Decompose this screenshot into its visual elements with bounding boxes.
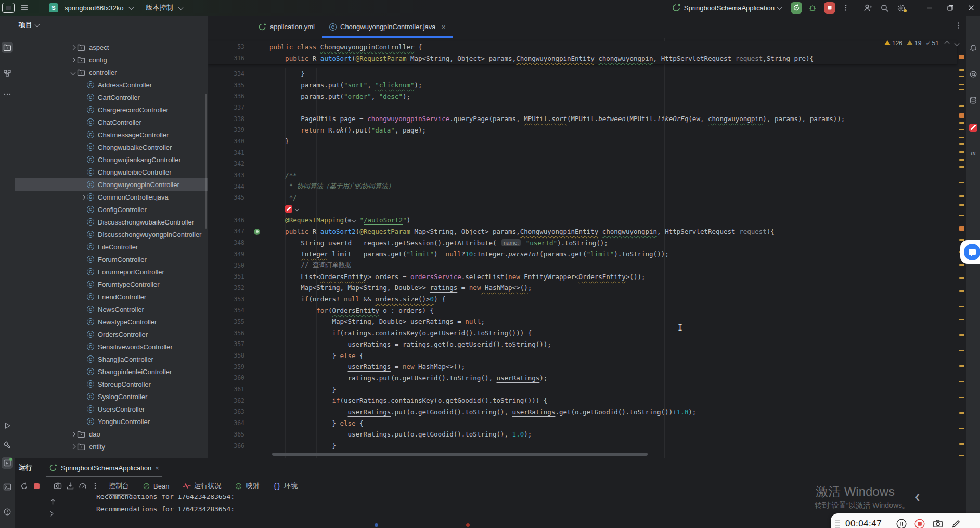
rerun-button[interactable] [791,2,802,14]
project-panel-title[interactable]: 项目 [19,20,32,30]
chevron-down-icon[interactable] [352,218,356,222]
tree-item[interactable]: COrdersController [15,328,208,340]
spring-bean-gutter-icon[interactable] [254,229,260,235]
horizontal-scrollbar[interactable] [272,453,648,456]
warning-stripe-mark[interactable] [959,381,964,382]
warning-stripe-mark[interactable] [959,151,964,153]
toolwindow-structure-icon[interactable] [2,68,13,79]
tree-item[interactable]: CChatmessageController [15,128,208,141]
tree-item[interactable]: CChongwuleibieController [15,166,208,178]
tree-item[interactable]: CAddressController [15,78,208,91]
tree-item[interactable]: entity [15,440,208,453]
tree-item[interactable]: CNewstypeController [15,315,208,328]
line-number[interactable]: 357 [208,340,249,348]
recorder-pencil-button[interactable] [949,517,963,528]
warning-stripe-mark[interactable] [959,226,964,231]
line-number[interactable]: 344 [208,183,249,190]
line-number[interactable]: 358 [208,352,249,359]
tab-console[interactable]: 控制台 [109,477,129,495]
drag-handle[interactable] [835,520,840,528]
tree-item[interactable]: CForumreportController [15,266,208,278]
rerun-icon[interactable] [18,480,30,492]
more-actions-button[interactable] [840,2,852,14]
line-number[interactable]: 341 [208,149,249,156]
toolwindow-services-icon[interactable] [2,457,13,469]
toolwindow-problems-icon[interactable] [2,506,13,518]
warning-stripe-mark[interactable] [959,105,964,107]
line-number[interactable]: 349 [208,250,249,258]
warning-stripe-mark[interactable] [959,89,964,90]
line-number[interactable]: 364 [208,419,249,427]
warning-stripe-mark[interactable] [959,137,964,138]
editor-area[interactable]: application.yml C ChongwuyongpinControll… [208,16,966,458]
toolwindow-run-icon[interactable] [2,420,13,431]
line-number[interactable]: 360 [208,374,249,381]
line-number[interactable]: 345 [208,194,249,201]
recorder-camera-button[interactable] [931,517,945,528]
tab-environment[interactable]: {} 环境 [273,477,298,495]
line-number[interactable]: 339 [208,126,249,134]
line-number[interactable]: 336 [208,93,249,100]
warning-stripe-mark[interactable] [959,113,964,118]
line-number[interactable]: 356 [208,329,249,337]
restore-button[interactable] [942,0,959,16]
chevron-right-icon[interactable] [69,58,77,62]
line-number[interactable]: 346 [208,217,249,224]
toolwindow-maven-icon[interactable]: m [968,147,979,159]
console-output[interactable]: Recommendations for 1764234283654:Recomm… [96,495,795,527]
tree-item[interactable]: CForumController [15,253,208,266]
line-number[interactable]: 359 [208,363,249,371]
warning-stripe-mark[interactable] [959,455,964,456]
line-number[interactable]: 342 [208,160,249,167]
tree-item[interactable]: CForumtypeController [15,278,208,291]
line-number[interactable]: 340 [208,138,249,145]
expand-icon[interactable] [48,511,54,517]
gauge-icon[interactable] [76,480,89,492]
warning-stripe-mark[interactable] [959,69,964,71]
warning-stripe-mark[interactable] [959,264,964,266]
warning-stripe-mark[interactable] [959,428,964,429]
line-number[interactable]: 363 [208,408,249,415]
toolwindow-more-icon[interactable] [2,88,13,100]
tree-item[interactable]: aspect [15,41,208,54]
tab-chongwuyongpincontroller-java[interactable]: C ChongwuyongpinController.java × [322,16,453,38]
tree-item[interactable]: config [15,54,208,66]
tree-item[interactable]: CNewsController [15,303,208,315]
tab-bean[interactable]: Bean [143,477,169,495]
tree-item[interactable]: CCommonController.java [15,191,208,203]
ai-assistant-bubble[interactable] [960,240,980,264]
tab-health[interactable]: 运行状况 [183,477,221,495]
prev-problem-icon[interactable] [944,41,949,46]
tree-scrollbar[interactable] [205,94,207,229]
toolwindow-build-icon[interactable] [2,439,13,451]
run-configuration-selector[interactable]: SpringbootSchemaApplication [684,4,775,12]
warning-stripe-mark[interactable] [959,277,964,279]
warning-stripe-mark[interactable] [959,159,964,161]
warning-stripe-mark[interactable] [959,350,964,351]
warning-stripe-mark[interactable] [959,319,964,320]
chevron-down-icon[interactable] [69,71,77,74]
warning-stripe-mark[interactable] [959,397,964,398]
tab-application-yml[interactable]: application.yml [251,16,322,38]
toolwindow-lingma-icon[interactable] [968,122,979,134]
screenshot-icon[interactable] [51,480,64,492]
chevron-down-icon[interactable] [295,207,299,211]
ai-inlay-icon[interactable] [285,205,292,213]
close-tab-icon[interactable]: × [155,464,159,472]
line-number[interactable]: 347 [208,228,249,235]
tree-item[interactable]: CSyslogController [15,390,208,403]
pause-recording-button[interactable] [895,517,908,528]
chevron-right-icon[interactable] [69,432,77,436]
tree-item[interactable]: CStoreupController [15,378,208,390]
tree-item[interactable]: CSensitivewordsController [15,340,208,353]
tree-item[interactable]: CChargerecordController [15,103,208,116]
tree-item[interactable]: CShangpinfenleiController [15,365,208,378]
warning-stripe-mark[interactable] [959,182,964,183]
line-number[interactable]: 354 [208,307,249,314]
search-everywhere-button[interactable] [878,2,891,14]
line-number[interactable]: 366 [208,442,249,450]
code-lines[interactable]: 334 }335 params.put("sort", "clicknum");… [208,68,957,458]
tree-item[interactable]: CDiscusschongwuyongpinController [15,228,208,241]
line-number[interactable]: 334 [208,70,249,77]
tree-item[interactable]: CFileController [15,241,208,253]
